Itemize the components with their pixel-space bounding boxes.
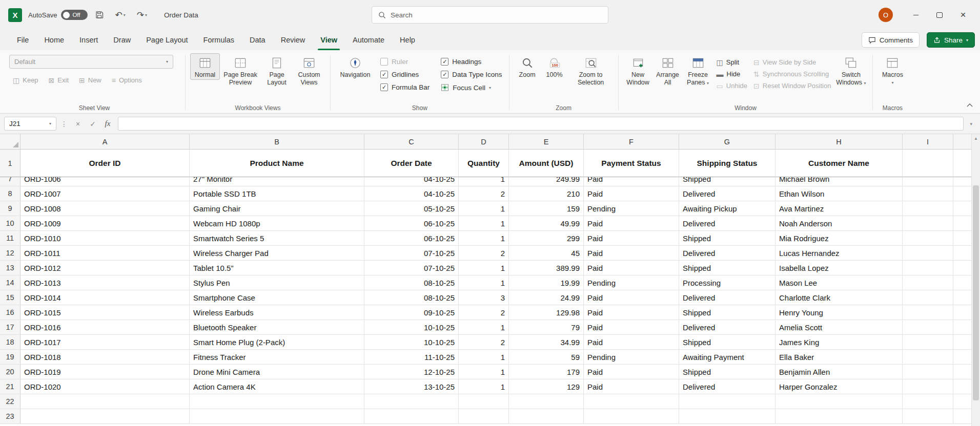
gridlines-checkbox[interactable]: Gridlines [380, 71, 430, 78]
maximize-button[interactable] [928, 0, 951, 30]
cell-B8[interactable]: Portable SSD 1TB [190, 186, 364, 201]
zoom-button[interactable]: Zoom [514, 53, 541, 80]
zoom-100-button[interactable]: 100 100% [541, 53, 568, 80]
row-header-17[interactable]: 17 [0, 320, 21, 335]
cell-C13[interactable]: 07-10-25 [364, 261, 459, 275]
row-header-16[interactable]: 16 [0, 305, 21, 320]
cell-B13[interactable]: Tablet 10.5” [190, 261, 364, 275]
cell-E1[interactable]: Amount (USD) [509, 150, 584, 177]
switch-windows-button[interactable]: Switch Windows ▾ [834, 53, 868, 88]
cell-D8[interactable]: 2 [459, 186, 509, 201]
cell-D11[interactable]: 1 [459, 231, 509, 246]
unhide-button[interactable]: ▭Unhide [717, 82, 747, 90]
cell-G13[interactable]: Shipped [679, 261, 775, 275]
custom-views-button[interactable]: Custom Views [293, 53, 325, 88]
cell-A22[interactable] [21, 394, 190, 409]
row-header-12[interactable]: 12 [0, 246, 21, 261]
cell-A23[interactable] [21, 409, 190, 424]
cell-D22[interactable] [459, 394, 509, 409]
cell-A8[interactable]: ORD-1007 [21, 186, 190, 201]
row-header-19[interactable]: 19 [0, 350, 21, 365]
cell-G14[interactable]: Processing [679, 275, 775, 290]
column-header-H[interactable]: H [775, 134, 903, 150]
cell-H22[interactable] [775, 394, 903, 409]
cell-C18[interactable]: 10-10-25 [364, 335, 459, 350]
cell-F11[interactable]: Paid [584, 231, 679, 246]
cell-F15[interactable]: Paid [584, 290, 679, 305]
cell-G11[interactable]: Shipped [679, 231, 775, 246]
undo-dropdown-icon[interactable]: ▾ [124, 13, 126, 17]
cell-D23[interactable] [459, 409, 509, 424]
cell-C19[interactable]: 11-10-25 [364, 350, 459, 365]
autosave-toggle[interactable]: Off [61, 10, 88, 20]
cell-E18[interactable]: 34.99 [509, 335, 584, 350]
cell-C17[interactable]: 10-10-25 [364, 320, 459, 335]
cell-F10[interactable]: Paid [584, 216, 679, 231]
cell-D21[interactable]: 1 [459, 379, 509, 394]
headings-checkbox[interactable]: Headings [441, 58, 502, 66]
formula-bar-checkbox[interactable]: Formula Bar [380, 83, 430, 91]
cell-H11[interactable]: Mia Rodriguez [775, 231, 903, 246]
cell-G21[interactable]: Delivered [679, 379, 775, 394]
cell-B14[interactable]: Stylus Pen [190, 275, 364, 290]
cell-D15[interactable]: 3 [459, 290, 509, 305]
cell-C12[interactable]: 07-10-25 [364, 246, 459, 261]
cell-G12[interactable]: Delivered [679, 246, 775, 261]
cell-E9[interactable]: 159 [509, 201, 584, 216]
cell-C23[interactable] [364, 409, 459, 424]
synchronous-scrolling-button[interactable]: ⇅Synchronous Scrolling [753, 70, 831, 78]
cell-I12[interactable] [903, 246, 953, 261]
cell-B23[interactable] [190, 409, 364, 424]
row-header-14[interactable]: 14 [0, 275, 21, 290]
cell-G22[interactable] [679, 394, 775, 409]
sheet-view-select[interactable]: Default ▾ [9, 55, 173, 69]
row-header-11[interactable]: 11 [0, 231, 21, 246]
row-header-9[interactable]: 9 [0, 201, 21, 216]
tab-home[interactable]: Home [36, 30, 72, 50]
split-button[interactable]: ◫Split [717, 58, 747, 66]
cell-F13[interactable]: Paid [584, 261, 679, 275]
exit-sheet-view-button[interactable]: ⊠Exit [44, 75, 73, 86]
cell-B22[interactable] [190, 394, 364, 409]
cell-G9[interactable]: Awaiting Pickup [679, 201, 775, 216]
page-layout-button[interactable]: Page Layout [261, 53, 293, 88]
normal-view-button[interactable]: Normal [190, 53, 220, 80]
cell-E8[interactable]: 210 [509, 186, 584, 201]
column-header-I[interactable]: I [903, 134, 953, 150]
cell-H9[interactable]: Ava Martinez [775, 201, 903, 216]
hide-button[interactable]: ▬Hide [717, 70, 747, 78]
cell-B21[interactable]: Action Camera 4K [190, 379, 364, 394]
cell-G10[interactable]: Delivered [679, 216, 775, 231]
cell-C14[interactable]: 08-10-25 [364, 275, 459, 290]
cell-F18[interactable]: Paid [584, 335, 679, 350]
cell-E11[interactable]: 299 [509, 231, 584, 246]
cell-A10[interactable]: ORD-1009 [21, 216, 190, 231]
cell-D9[interactable]: 1 [459, 201, 509, 216]
cell-D14[interactable]: 1 [459, 275, 509, 290]
tab-draw[interactable]: Draw [106, 30, 138, 50]
cell-B7[interactable]: 27" Monitor [190, 177, 364, 186]
cell-A17[interactable]: ORD-1016 [21, 320, 190, 335]
cell-F21[interactable]: Paid [584, 379, 679, 394]
keep-sheet-view-button[interactable]: ◫Keep [8, 75, 43, 86]
cell-E22[interactable] [509, 394, 584, 409]
row-header-21[interactable]: 21 [0, 379, 21, 394]
cell-F1[interactable]: Payment Status [584, 150, 679, 177]
row-header-1[interactable]: 1 [0, 150, 21, 177]
vertical-scrollbar[interactable]: ▲ [971, 134, 980, 426]
cell-G23[interactable] [679, 409, 775, 424]
cell-D13[interactable]: 1 [459, 261, 509, 275]
cell-C10[interactable]: 06-10-25 [364, 216, 459, 231]
cell-G1[interactable]: Shipping Status [679, 150, 775, 177]
cell-I20[interactable] [903, 365, 953, 379]
cell-I21[interactable] [903, 379, 953, 394]
cell-I13[interactable] [903, 261, 953, 275]
tab-page-layout[interactable]: Page Layout [138, 30, 195, 50]
cell-E21[interactable]: 129 [509, 379, 584, 394]
cell-A12[interactable]: ORD-1011 [21, 246, 190, 261]
cell-F23[interactable] [584, 409, 679, 424]
cell-E16[interactable]: 129.98 [509, 305, 584, 320]
cell-B15[interactable]: Smartphone Case [190, 290, 364, 305]
cell-F8[interactable]: Paid [584, 186, 679, 201]
view-side-by-side-button[interactable]: ⊟View Side by Side [753, 58, 831, 66]
